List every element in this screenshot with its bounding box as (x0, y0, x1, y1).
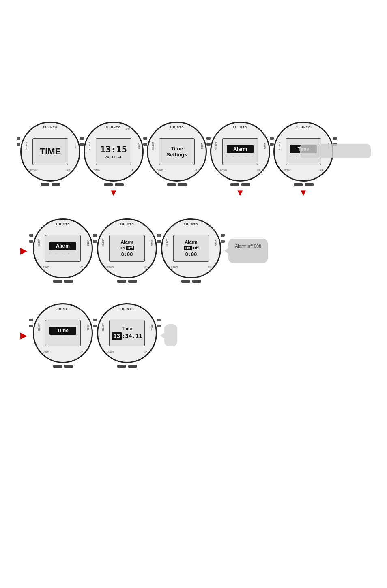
watch-bottom-3-2 (117, 365, 137, 368)
up-label: UP (67, 169, 70, 171)
down-label-5: DOWN (284, 169, 290, 171)
watch-screen-2-3: Alarm On Off 0:00 (173, 235, 209, 262)
toggle-row-2-2: On Off (120, 246, 135, 250)
watch-bottom-2-2 (117, 280, 137, 283)
callout-row1 (300, 144, 371, 158)
watch-wrap-1-1: SUUNTO SELECT MODE DOWN UP TIME (20, 122, 80, 186)
up-label-4: UP (257, 169, 260, 171)
watch-wrap-3-2: SUUNTO SELECT MODE DOWN UP Time 13 :34.1… (97, 303, 157, 368)
mode-label-4: MODE (264, 143, 267, 149)
watch-screen-3-2: Time 13 :34.11 (109, 320, 145, 346)
dashes-2-1: - - - - - (49, 252, 77, 255)
on-label-2-2: On (120, 246, 125, 250)
watch-1-1: SUUNTO SELECT MODE DOWN UP TIME (20, 122, 80, 182)
watch-screen-2-2: Alarm On Off 0:00 (109, 235, 145, 262)
btn-left2-4 (206, 143, 210, 146)
down-label-2-3: DOWN (171, 266, 178, 268)
alarm-time-2-3: 0:00 (185, 252, 197, 257)
mode-label-2-1: MODE (87, 239, 89, 246)
suunto-label-2: SUUNTO (106, 126, 121, 129)
inverted-bar-3-1: Time (49, 327, 76, 335)
mode-label-2-3: MODE (215, 239, 217, 246)
btn-left-5 (270, 137, 273, 140)
time-rest-3-2: :34.11 (122, 333, 142, 339)
watch-wrap-1-5: SUUNTO SELECT MODE DOWN UP Time - - - - … (273, 122, 333, 198)
up-label-2-1: UP (80, 266, 83, 268)
screen-date-1-2: 29.11 WE (105, 155, 122, 159)
red-arrow-1-4: ▼ (236, 188, 245, 198)
down-label-2: DOWN (94, 169, 100, 171)
screen-line1-1-3: Time (171, 145, 183, 152)
down-label: DOWN (30, 169, 37, 171)
page-container: SUUNTO SELECT MODE DOWN UP TIME SU (0, 0, 387, 588)
select-label-2-2: SELECT (102, 239, 104, 246)
watch-1-2: SUUNTO 1:48 SELECT MODE DOWN UP 13:15 29… (84, 122, 144, 182)
down-label-2-1: DOWN (43, 266, 49, 268)
callout-row3 (164, 324, 177, 346)
time-display-3-2: 13 :34.11 (112, 332, 142, 340)
watch-screen-1-2: 13:15 29.11 WE (96, 138, 131, 165)
watch-1-4: SUUNTO SELECT MODE DOWN UP Alarm - - - -… (210, 122, 270, 182)
mode-label-3-1: MODE (87, 324, 89, 330)
screen-title-1-1: TIME (40, 146, 61, 157)
watch-screen-1-1: TIME (32, 138, 68, 165)
up-label-2-3: UP (208, 266, 211, 268)
select-label-4: SELECT (215, 142, 217, 150)
callout-text-row2: Alarm off 008 (235, 244, 261, 248)
select-label-3: SELECT (152, 142, 154, 150)
watch-bottom-1-5 (294, 183, 314, 186)
select-label-3-1: SELECT (38, 323, 40, 331)
btn-left2 (17, 143, 20, 146)
time-label-3-2: Time (122, 326, 132, 331)
mode-label-2: MODE (138, 143, 140, 149)
watch-screen-1-3: Time Settings (159, 138, 195, 165)
watch-bottom-1-4 (230, 183, 250, 186)
suunto-label-2-1: SUUNTO (56, 223, 70, 226)
watch-2-3: SUUNTO SELECT MODE DOWN UP Alarm On Off … (161, 218, 221, 278)
alarm-title-2-3: Alarm (185, 239, 197, 244)
suunto-label-3-2: SUUNTO (120, 308, 134, 310)
select-label-2: SELECT (88, 142, 91, 150)
hour-inverted-3-2: 13 (112, 332, 122, 340)
up-label-3-2: UP (144, 351, 147, 353)
mode-label-3-2: MODE (151, 324, 153, 330)
watch-screen-2-1: Alarm - - - - - (45, 235, 81, 262)
btn-left2-3 (143, 143, 147, 146)
up-label-5: UP (320, 169, 323, 171)
btn-left (17, 137, 20, 140)
watch-bottom-2-3 (181, 280, 201, 283)
btn-left2-5 (270, 143, 273, 146)
watch-wrap-2-1: SUUNTO SELECT MODE DOWN UP Alarm - - - -… (33, 218, 93, 283)
watch-screen-1-4: Alarm - - - - - (222, 138, 258, 165)
red-arrow-1-2: ▼ (109, 188, 118, 198)
mode-label-3: MODE (201, 143, 203, 149)
suunto-label: SUUNTO (43, 126, 58, 129)
red-arrow-left-2: ▶ (20, 246, 27, 256)
screen-time-1-2: 13:15 (100, 144, 127, 154)
watch-wrap-2-3: SUUNTO SELECT MODE DOWN UP Alarm On Off … (161, 218, 221, 283)
watch-wrap-3-1: SUUNTO SELECT MODE DOWN UP Time - - - - … (33, 303, 93, 368)
select-label-5: SELECT (278, 142, 281, 150)
on-label-2-3: On (184, 246, 192, 250)
red-arrow-left-3: ▶ (20, 330, 27, 341)
mode-label-2-2: MODE (151, 239, 153, 246)
callout-row2: Alarm off 008 (228, 239, 268, 263)
select-label: SELECT (25, 142, 28, 150)
dashes-3-1: - - - - - (49, 336, 77, 340)
select-label-2-3: SELECT (166, 239, 168, 246)
down-label-4: DOWN (220, 169, 227, 171)
watch-bottom-1-2 (104, 183, 124, 186)
select-label-3-2: SELECT (102, 323, 104, 331)
dashes-1-4: - - - - - (226, 155, 254, 158)
watch-wrap-2-2: SUUNTO SELECT MODE DOWN UP Alarm On Off … (97, 218, 157, 283)
btn-left-4 (206, 137, 210, 140)
alarm-time-2-2: 0:00 (121, 252, 133, 257)
watch-1-3: SUUNTO SELECT MODE DOWN UP Time Settings (147, 122, 207, 182)
watch-3-2: SUUNTO SELECT MODE DOWN UP Time 13 :34.1… (97, 303, 157, 363)
btn-right-5 (333, 137, 337, 140)
watch-bottom-3-1 (53, 365, 73, 368)
up-label-3-1: UP (80, 351, 83, 353)
up-label-2-2: UP (144, 266, 147, 268)
suunto-label-2-3: SUUNTO (184, 223, 198, 226)
watch-bottom-1-1 (41, 183, 60, 186)
